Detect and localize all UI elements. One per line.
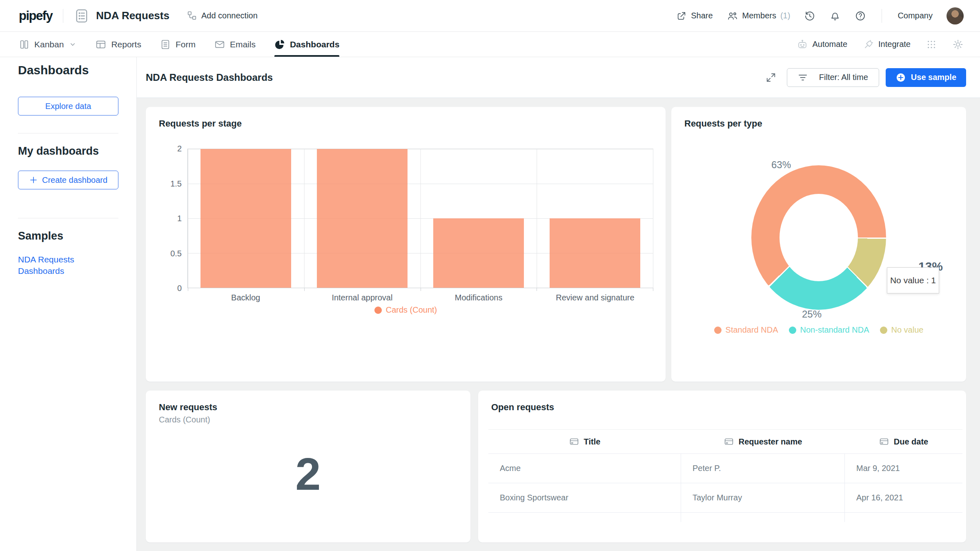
integrate-button[interactable]: Integrate xyxy=(863,39,911,50)
use-sample-label: Use sample xyxy=(911,73,956,82)
top-bar: pipefy NDA Requests Add connection Share xyxy=(0,0,980,32)
donut-tooltip: No value : 1 xyxy=(887,267,939,293)
table-cell: Taylor Murray xyxy=(681,483,845,512)
fullscreen-button[interactable] xyxy=(766,72,776,83)
field-icon xyxy=(724,437,734,447)
bar-x-label: Internal approval xyxy=(304,293,420,302)
add-connection-button[interactable]: Add connection xyxy=(187,11,258,21)
bar-x-label: Modifications xyxy=(421,293,537,302)
bar-slot xyxy=(188,149,304,288)
bar-y-label: 1 xyxy=(177,214,182,223)
plug-icon xyxy=(863,39,874,50)
create-dashboard-button[interactable]: Create dashboard xyxy=(18,171,118,189)
bar-x-label: Backlog xyxy=(187,293,304,302)
axis-tick xyxy=(653,288,653,291)
widget-requests-per-stage: Requests per stage 00.511.52 BacklogInte… xyxy=(146,107,666,382)
integrate-label: Integrate xyxy=(878,40,911,49)
help-icon xyxy=(855,10,866,22)
use-sample-button[interactable]: Use sample xyxy=(886,68,966,87)
axis-tick xyxy=(537,288,537,291)
tab-form[interactable]: Form xyxy=(160,32,196,57)
tab-label: Emails xyxy=(230,40,256,49)
tab-bar: Kanban Reports Form Emails xyxy=(0,32,980,57)
members-label: Members xyxy=(742,11,776,20)
legend-label: Standard NDA xyxy=(726,325,778,335)
bar-backlog[interactable] xyxy=(200,149,291,288)
bar-review-and-signature[interactable] xyxy=(550,218,640,288)
members-count: (1) xyxy=(780,11,790,20)
history-icon xyxy=(804,10,815,22)
legend-item[interactable]: Cards (Count) xyxy=(374,305,437,315)
filter-button[interactable]: Filter: All time xyxy=(787,68,879,87)
legend-item[interactable]: Non-standard NDA xyxy=(789,325,869,335)
sidebar: Dashboards Explore data My dashboards Cr… xyxy=(0,57,137,551)
column-header-requester-name[interactable]: Requester name xyxy=(681,437,845,447)
sidebar-title: Dashboards xyxy=(18,63,118,77)
bar-chart-ylabels: 00.511.52 xyxy=(146,149,182,288)
divider xyxy=(63,9,63,23)
kanban-icon xyxy=(19,39,29,50)
legend-dot xyxy=(714,327,722,334)
divider xyxy=(18,133,118,133)
donut-percent-label: 25% xyxy=(802,309,822,320)
widget-title: Requests per stage xyxy=(159,118,242,129)
activity-history-button[interactable] xyxy=(804,10,815,22)
column-header-due-date[interactable]: Due date xyxy=(845,437,962,447)
tab-label: Reports xyxy=(111,40,141,49)
pipe-title: NDA Requests xyxy=(96,9,169,22)
apps-grid-button[interactable] xyxy=(926,39,937,50)
table-row[interactable]: Boxing SportswearTaylor MurrayApr 16, 20… xyxy=(488,483,962,513)
tab-dashboards[interactable]: Dashboards xyxy=(274,32,339,57)
table-cell: Apr 16, 2021 xyxy=(845,483,962,512)
members-icon xyxy=(727,10,738,22)
table-row[interactable]: AcmePeter P.Mar 9, 2021 xyxy=(488,454,962,483)
create-dashboard-label: Create dashboard xyxy=(42,176,107,185)
legend-label: Cards (Count) xyxy=(386,305,437,315)
bar-y-label: 2 xyxy=(177,144,182,153)
members-button[interactable]: Members (1) xyxy=(727,10,791,22)
settings-button[interactable] xyxy=(952,39,964,50)
add-connection-label: Add connection xyxy=(201,11,258,20)
robot-icon xyxy=(797,39,808,50)
widget-new-requests: New requests Cards (Count) 2 xyxy=(146,391,470,542)
pipefy-logo[interactable]: pipefy xyxy=(19,9,52,23)
pipe-icon xyxy=(74,8,89,24)
grid-dots-icon xyxy=(926,39,937,50)
bar-chart-bars xyxy=(188,149,653,288)
table-cell xyxy=(845,513,962,522)
automate-button[interactable]: Automate xyxy=(797,39,847,50)
reports-icon xyxy=(96,39,106,50)
legend-item[interactable]: Standard NDA xyxy=(714,325,778,335)
notifications-button[interactable] xyxy=(829,10,841,22)
tab-reports[interactable]: Reports xyxy=(96,32,141,57)
column-header-title[interactable]: Title xyxy=(488,437,681,447)
tab-label: Dashboards xyxy=(290,40,339,49)
help-button[interactable] xyxy=(855,10,866,22)
sidebar-sample-link[interactable]: NDA Requests Dashboards xyxy=(18,254,106,277)
field-icon xyxy=(879,437,889,447)
divider xyxy=(882,9,882,23)
tab-label: Form xyxy=(176,40,196,49)
table-body: AcmePeter P.Mar 9, 2021Boxing Sportswear… xyxy=(488,453,962,522)
share-button[interactable]: Share xyxy=(676,11,713,21)
legend-item[interactable]: No value xyxy=(880,325,924,335)
user-avatar[interactable] xyxy=(947,7,964,24)
tab-emails[interactable]: Emails xyxy=(214,32,256,57)
samples-title: Samples xyxy=(18,230,118,242)
add-connection-icon xyxy=(187,11,197,21)
tab-kanban[interactable]: Kanban xyxy=(19,32,77,57)
table-cell: Acme xyxy=(488,454,681,483)
field-icon xyxy=(569,437,579,447)
bar-y-label: 0.5 xyxy=(170,249,182,258)
bar-y-label: 1.5 xyxy=(170,179,182,188)
explore-data-button[interactable]: Explore data xyxy=(18,97,118,116)
legend-label: Non-standard NDA xyxy=(800,325,869,335)
bar-modifications[interactable] xyxy=(433,218,524,288)
divider xyxy=(18,218,118,218)
dashboard-title: NDA Requests Dashboards xyxy=(146,72,273,83)
bar-internal-approval[interactable] xyxy=(317,149,408,288)
table-row[interactable] xyxy=(488,513,962,522)
column-header-label: Requester name xyxy=(739,437,802,447)
gear-icon xyxy=(952,39,964,50)
plus-icon xyxy=(29,176,38,184)
